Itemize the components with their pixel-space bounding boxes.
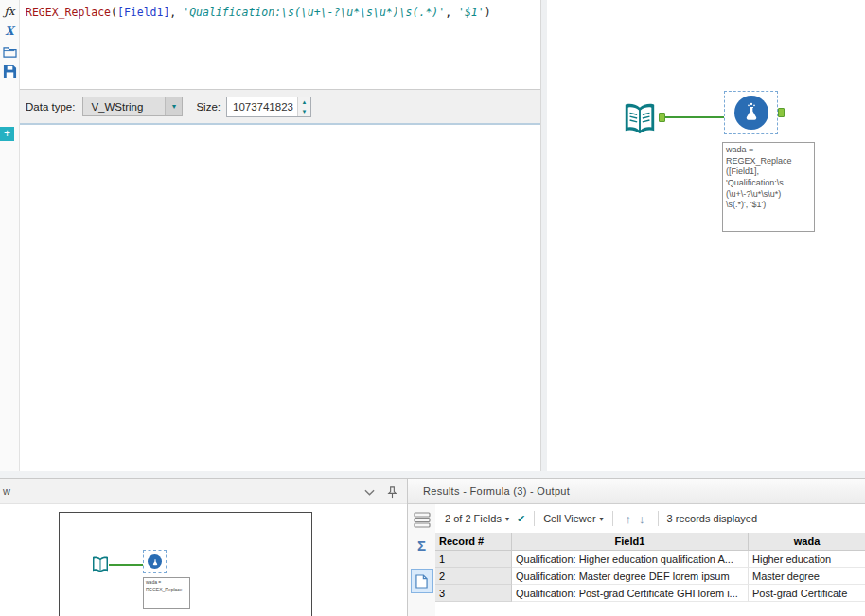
- overview-connection-mini: [109, 564, 143, 566]
- overview-canvas: wada = REGEX_Replace: [0, 504, 407, 616]
- formula-editor-toolbar: ƒx X: [0, 0, 20, 471]
- expression-field: [Field1]: [117, 6, 169, 19]
- results-title: Results - Formula (3) - Output: [423, 485, 570, 497]
- caret-down-icon: ▾: [505, 515, 509, 523]
- alteryx-designer-window: ƒx X REGEX_Replace([Field1], 'Qualificat…: [0, 0, 865, 616]
- expression-editor[interactable]: REGEX_Replace([Field1], 'Qualification:\…: [20, 0, 540, 89]
- fields-selector-label: 2 of 2 Fields: [445, 513, 502, 524]
- expression-replacement: '$1': [458, 6, 485, 19]
- text-input-tool[interactable]: [622, 100, 658, 138]
- metadata-icon[interactable]: Σ: [411, 536, 433, 555]
- horizontal-splitter[interactable]: [0, 471, 865, 478]
- formula-tool-selection[interactable]: [724, 91, 778, 134]
- down-arrow-icon[interactable]: ↓: [639, 512, 645, 526]
- overview-header: w: [0, 479, 407, 504]
- spinner-up-icon[interactable]: ▲: [298, 97, 310, 107]
- results-view-strip: Σ: [408, 504, 435, 616]
- expression-function: REGEX_Replace: [26, 6, 111, 19]
- column-header-wada[interactable]: wada: [749, 533, 865, 551]
- pin-icon[interactable]: [384, 484, 399, 500]
- caret-down-icon: ▾: [600, 515, 604, 523]
- results-table: Record # Field1 wada 1 Qualification: Hi…: [435, 533, 865, 616]
- cell-viewer-label: Cell Viewer: [543, 513, 595, 524]
- formula-config-row: Data type: V_WString ▼ Size: ▲ ▼: [20, 89, 540, 125]
- collapse-chevron-icon[interactable]: [362, 484, 377, 500]
- expression-text: REGEX_Replace([Field1], 'Qualification:\…: [26, 6, 535, 19]
- data-type-dropdown[interactable]: V_WString ▼: [82, 97, 183, 116]
- spinner-down-icon[interactable]: ▼: [298, 107, 310, 116]
- open-folder-icon[interactable]: [2, 43, 18, 60]
- field1-cell[interactable]: Qualification: Higher education qualific…: [512, 551, 749, 568]
- functions-icon[interactable]: ƒx: [2, 3, 18, 20]
- toolbar-separator: [534, 511, 535, 526]
- results-toolbar: 2 of 2 Fields ▾ ✔ Cell Viewer ▾ ↑ ↓ 3 re…: [435, 504, 865, 533]
- results-header: Results - Formula (3) - Output: [408, 479, 865, 504]
- dropdown-arrow-icon[interactable]: ▼: [165, 97, 182, 115]
- overview-pane: w wada = REGEX_R: [0, 478, 407, 616]
- toolbar-separator: [612, 511, 613, 526]
- results-table-grid: Record # Field1 wada 1 Qualification: Hi…: [435, 533, 865, 602]
- tool-annotation: wada = REGEX_Replace ([Field1], 'Qualifi…: [722, 142, 815, 232]
- save-icon[interactable]: [2, 62, 18, 79]
- connection-line[interactable]: [665, 116, 724, 118]
- overview-formula-mini-selection: [143, 550, 167, 573]
- variables-icon[interactable]: X: [2, 23, 18, 40]
- apply-check-icon[interactable]: ✔: [517, 513, 525, 525]
- up-arrow-icon[interactable]: ↑: [626, 512, 632, 526]
- size-input[interactable]: [227, 97, 297, 116]
- expression-pattern: 'Qualification:\s(\u+\-?\u*\s\u*)\s(.*)': [183, 6, 445, 19]
- size-field-wrap: ▲ ▼: [226, 97, 311, 117]
- formula-editor-pane: ƒx X REGEX_Replace([Field1], 'Qualificat…: [0, 0, 540, 471]
- wada-cell[interactable]: Higher education: [749, 551, 865, 568]
- data-type-value: V_WString: [83, 101, 165, 113]
- size-label: Size:: [196, 101, 221, 113]
- overview-formula-mini: [148, 554, 162, 569]
- row-number-cell[interactable]: 2: [435, 568, 512, 585]
- size-spinner: ▲ ▼: [297, 97, 310, 116]
- formula-output-anchor[interactable]: [778, 108, 785, 117]
- field1-cell[interactable]: Qualification: Master degree DEF lorem i…: [512, 568, 749, 585]
- records-displayed-label: 3 records displayed: [667, 513, 757, 524]
- formula-tool[interactable]: [734, 96, 768, 130]
- overview-text-input-mini: [91, 555, 110, 574]
- preview-document-icon[interactable]: [411, 569, 433, 593]
- results-pane: Results - Formula (3) - Output Σ 2 of 2 …: [407, 478, 865, 616]
- column-header-field1[interactable]: Field1: [512, 533, 749, 551]
- overview-title: w: [3, 485, 10, 497]
- row-number-cell[interactable]: 3: [435, 585, 512, 602]
- toolbar-separator: [658, 511, 659, 526]
- vertical-splitter[interactable]: [540, 0, 547, 471]
- data-grid-icon[interactable]: [411, 510, 433, 530]
- column-header-record[interactable]: Record #: [435, 533, 512, 551]
- workflow-canvas[interactable]: wada = REGEX_Replace ([Field1], 'Qualifi…: [547, 0, 865, 471]
- cell-viewer-dropdown[interactable]: Cell Viewer ▾: [543, 513, 603, 524]
- wada-cell[interactable]: Master degree: [749, 568, 865, 585]
- fields-selector-dropdown[interactable]: 2 of 2 Fields ▾: [445, 513, 509, 524]
- overview-annotation-mini: wada = REGEX_Replace: [143, 577, 190, 609]
- wada-cell[interactable]: Post-grad Certificate: [749, 585, 865, 602]
- text-input-output-anchor[interactable]: [659, 113, 665, 122]
- field1-cell[interactable]: Qualification: Post-grad Certificate GHI…: [512, 585, 749, 602]
- data-type-label: Data type:: [26, 101, 75, 113]
- row-number-cell[interactable]: 1: [435, 551, 512, 568]
- add-expression-button[interactable]: +: [0, 127, 14, 141]
